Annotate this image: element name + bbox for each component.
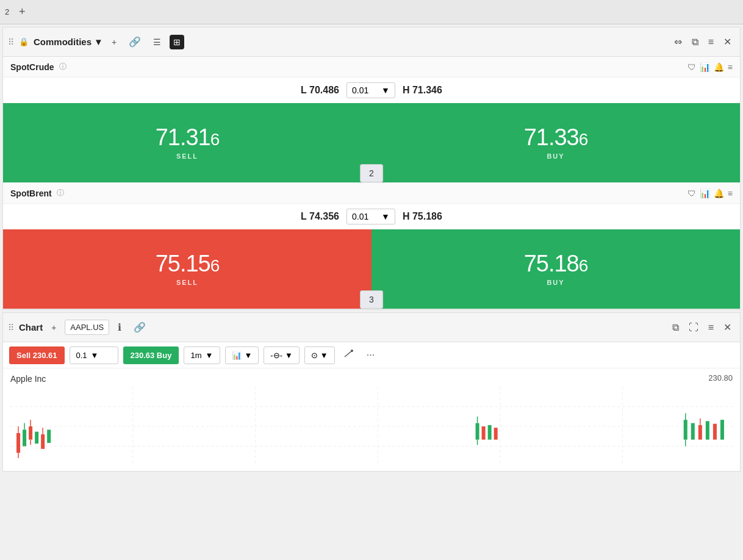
chart-add-button[interactable]: + xyxy=(48,320,60,335)
copy-panel-button[interactable]: ⧉ xyxy=(688,34,702,50)
spot-crude-sell-button[interactable]: 71.316 SELL xyxy=(3,103,372,182)
svg-point-1 xyxy=(351,350,353,352)
chart-more-button[interactable]: ··· xyxy=(363,347,378,363)
low-value: 70.48 xyxy=(309,85,334,95)
spot-crude-buy-button[interactable]: 71.336 BUY xyxy=(372,103,740,182)
spot-crude-buy-label: BUY xyxy=(547,153,564,160)
spot-crude-instrument: SpotCrude ⓘ 🛡 📊 🔔 ≡ L 70.486 0.01 ▼ H 71… xyxy=(3,57,740,183)
chart-body: Apple Inc 230.80 xyxy=(3,368,740,471)
list-view-button[interactable]: ☰ xyxy=(149,35,165,49)
spot-crude-shield-button[interactable]: 🛡 xyxy=(687,62,696,72)
spot-brent-buy-price: 75.186 xyxy=(524,252,588,275)
spot-brent-menu-button[interactable]: ≡ xyxy=(728,188,733,198)
chart-timeframe-dropdown[interactable]: 1m ▼ xyxy=(184,346,220,364)
qty-chevron-icon: ▼ xyxy=(381,85,390,95)
spot-crude-price-controls: L 70.486 0.01 ▼ H 71.346 xyxy=(3,77,740,103)
spot-brent-bell-button[interactable]: 🔔 xyxy=(714,188,724,198)
chart-panel: ⠿ Chart + AAPL.US ℹ 🔗 ⧉ ⛶ ≡ ✕ Sell 230.6… xyxy=(2,312,741,472)
spot-crude-buy-price: 71.336 xyxy=(524,126,588,149)
spot-crude-qty-select[interactable]: 0.01 ▼ xyxy=(346,82,395,98)
spot-crude-name: SpotCrude xyxy=(10,62,54,72)
clock-icon: ⊙ xyxy=(311,351,318,360)
spot-brent-buy-button[interactable]: 75.186 BUY xyxy=(372,229,740,309)
spot-crude-qty-value: 0.01 xyxy=(352,85,368,95)
spot-crude-actions: 🛡 📊 🔔 ≡ xyxy=(687,62,733,72)
chart-title-button[interactable]: Chart xyxy=(19,322,43,332)
style-chevron-icon: ▼ xyxy=(320,351,328,360)
chart-title: Chart xyxy=(19,322,43,332)
chart-expand-button[interactable]: ⛶ xyxy=(685,320,702,336)
chart-price-level: 230.80 xyxy=(708,373,733,382)
spot-crude-sell-price: 71.316 xyxy=(156,126,220,149)
qty-chevron-icon: ▼ xyxy=(381,212,390,221)
spot-brent-trade-buttons: 75.156 SELL 3 75.186 BUY xyxy=(3,229,740,309)
spot-brent-sell-button[interactable]: 75.156 SELL xyxy=(3,229,372,309)
high-value: 71.34 xyxy=(412,85,437,95)
chart-style-button[interactable]: ⊙ ▼ xyxy=(304,346,335,364)
chart-sell-button[interactable]: Sell 230.61 xyxy=(9,346,65,364)
link-button[interactable]: 🔗 xyxy=(125,34,145,50)
chart-line-type-button[interactable]: -⊖- ▼ xyxy=(264,346,300,364)
low-label: L xyxy=(301,85,309,95)
spot-crude-bell-button[interactable]: 🔔 xyxy=(714,62,724,72)
add-tab-button[interactable]: + xyxy=(14,4,30,20)
svg-rect-36 xyxy=(720,420,724,440)
commodities-panel-header: ⠿ 🔒 Commodities ▼ + 🔗 ☰ ⊞ ⇔ ⧉ ≡ ✕ xyxy=(3,27,740,57)
spot-brent-buy-label: BUY xyxy=(547,279,564,286)
low-last: 6 xyxy=(334,85,339,95)
indicator-bars-icon: 📊 xyxy=(232,351,242,360)
chart-line-icon: -⊖- xyxy=(270,351,282,360)
spot-brent-qty-select[interactable]: 0.01 ▼ xyxy=(346,209,395,224)
chart-close-button[interactable]: ✕ xyxy=(720,319,735,336)
timeframe-chevron-icon: ▼ xyxy=(206,351,214,360)
spot-crude-chart-button[interactable]: 📊 xyxy=(700,62,710,72)
svg-rect-27 xyxy=(494,428,498,440)
svg-rect-22 xyxy=(476,423,479,440)
low-value: 74.35 xyxy=(309,211,334,221)
svg-rect-34 xyxy=(706,421,709,439)
spot-crude-trade-buttons: 71.316 SELL 2 71.336 BUY xyxy=(3,103,740,182)
chart-copy-button[interactable]: ⧉ xyxy=(669,320,683,336)
spot-crude-low: L 70.486 xyxy=(301,85,339,96)
spot-brent-chart-button[interactable]: 📊 xyxy=(700,188,710,198)
spot-brent-shield-button[interactable]: 🛡 xyxy=(687,188,696,198)
high-label: H xyxy=(403,211,412,221)
high-value: 75.18 xyxy=(412,211,437,221)
resize-icon-button[interactable]: ⇔ xyxy=(670,34,686,50)
chart-qty-value: 0.1 xyxy=(76,351,87,360)
chart-company-name: Apple Inc xyxy=(10,374,46,384)
chart-toolbar: Sell 230.61 0.1 ▼ 230.63 Buy 1m ▼ 📊 ▼ -⊖… xyxy=(3,342,740,368)
panel-menu-button[interactable]: ≡ xyxy=(705,34,717,50)
chart-indicators-button[interactable]: 📊 ▼ xyxy=(225,346,259,364)
svg-rect-31 xyxy=(691,423,695,440)
chart-buy-button[interactable]: 230.63 Buy xyxy=(123,346,179,364)
spot-crude-menu-button[interactable]: ≡ xyxy=(728,62,733,72)
spot-brent-high: H 75.186 xyxy=(403,211,442,222)
chart-link-button[interactable]: 🔗 xyxy=(130,319,149,336)
svg-rect-15 xyxy=(29,426,32,440)
chart-draw-button[interactable] xyxy=(340,346,358,364)
commodities-title: Commodities xyxy=(34,37,92,47)
chart-qty-dropdown[interactable]: 0.1 ▼ xyxy=(70,346,118,364)
chevron-down-icon: ▼ xyxy=(94,37,103,47)
commodities-title-button[interactable]: Commodities ▼ xyxy=(34,37,103,47)
lock-icon: 🔒 xyxy=(19,37,29,46)
svg-rect-26 xyxy=(488,425,492,440)
spot-brent-price-controls: L 74.356 0.01 ▼ H 75.186 xyxy=(3,204,740,229)
high-last: 6 xyxy=(437,211,442,221)
indicator-chevron-icon: ▼ xyxy=(244,351,252,360)
svg-rect-19 xyxy=(41,434,45,449)
svg-rect-13 xyxy=(23,429,26,446)
svg-rect-25 xyxy=(482,426,486,440)
close-panel-button[interactable]: ✕ xyxy=(720,34,735,50)
spot-brent-info-icon[interactable]: ⓘ xyxy=(57,188,64,198)
spot-crude-info-icon[interactable]: ⓘ xyxy=(59,62,66,72)
chart-menu-button[interactable]: ≡ xyxy=(705,320,717,336)
low-last: 6 xyxy=(334,211,339,221)
chart-info-button[interactable]: ℹ xyxy=(114,319,125,336)
spot-crude-qty-center: 2 xyxy=(360,164,383,182)
add-instrument-button[interactable]: + xyxy=(108,35,120,49)
grid-view-button[interactable]: ⊞ xyxy=(170,35,184,49)
chart-symbol: AAPL.US xyxy=(65,320,109,335)
tab-bar: 2 + xyxy=(0,0,743,24)
